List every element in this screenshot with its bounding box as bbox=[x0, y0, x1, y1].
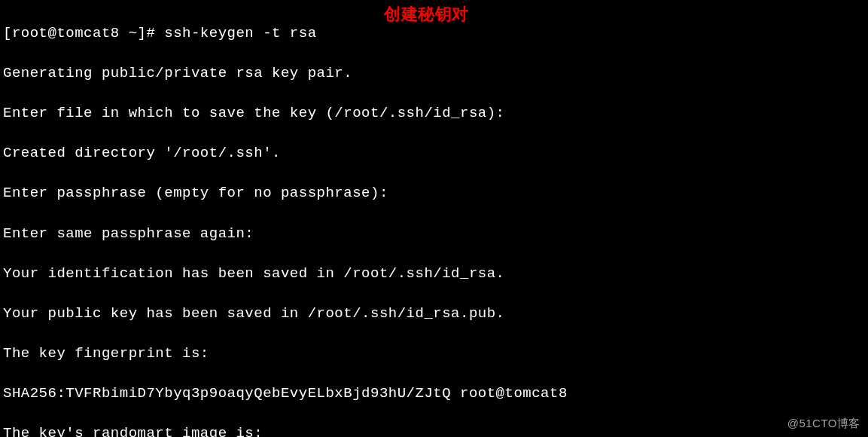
output-line: Enter same passphrase again: bbox=[3, 224, 865, 244]
output-line: Generating public/private rsa key pair. bbox=[3, 63, 865, 84]
output-line: SHA256:TVFRbimiD7Ybyq3p9oaqyQebEvyELbxBj… bbox=[3, 384, 865, 404]
output-line: The key's randomart image is: bbox=[3, 423, 865, 437]
terminal-output: [root@tomcat8 ~]# ssh-keygen -t rsa Gene… bbox=[3, 3, 865, 437]
output-line: Created directory '/root/.ssh'. bbox=[3, 143, 865, 163]
shell-prompt: [root@tomcat8 ~]# bbox=[3, 25, 164, 41]
output-line: Your public key has been saved in /root/… bbox=[3, 304, 865, 324]
output-line: Enter file in which to save the key (/ro… bbox=[3, 103, 865, 124]
command-text: ssh-keygen -t rsa bbox=[164, 25, 316, 41]
watermark-text: @51CTO博客 bbox=[787, 415, 860, 431]
output-line: Your identification has been saved in /r… bbox=[3, 264, 865, 284]
annotation-label: 创建秘钥对 bbox=[384, 3, 469, 26]
output-line: The key fingerprint is: bbox=[3, 344, 865, 364]
output-line: Enter passphrase (empty for no passphras… bbox=[3, 183, 865, 203]
